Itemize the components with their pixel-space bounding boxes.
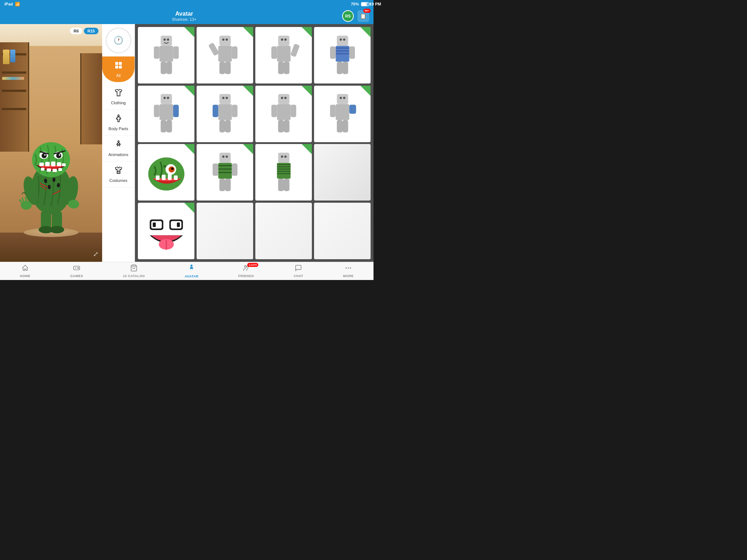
svg-rect-40 <box>160 35 172 46</box>
item-card[interactable] <box>255 27 312 83</box>
item-card[interactable] <box>197 86 253 142</box>
svg-rect-24 <box>53 169 57 172</box>
nav-item-more[interactable]: MORE <box>337 263 359 279</box>
svg-rect-75 <box>160 94 172 104</box>
header-subtitle: Sharksie: 13+ <box>172 17 197 22</box>
page-title: Avatar <box>172 11 197 17</box>
svg-rect-121 <box>212 163 218 176</box>
svg-rect-77 <box>154 105 159 117</box>
svg-point-10 <box>32 142 70 177</box>
svg-rect-48 <box>219 35 231 46</box>
svg-point-16 <box>59 154 60 156</box>
svg-point-63 <box>284 38 286 40</box>
svg-rect-58 <box>271 46 277 59</box>
svg-rect-83 <box>219 94 231 104</box>
r6-button[interactable]: R6 <box>70 28 82 34</box>
empty-slot <box>255 203 312 259</box>
svg-point-136 <box>281 155 283 158</box>
catalog-icon <box>130 264 138 273</box>
status-bar: iPad 📶 2:19 PM 70% <box>0 0 374 8</box>
item-card-green-character[interactable] <box>197 144 253 201</box>
header-title-block: Avatar Sharksie: 13+ <box>172 11 197 22</box>
svg-rect-49 <box>218 46 232 61</box>
item-card[interactable] <box>314 86 371 142</box>
sidebar-item-body-parts[interactable]: Body Parts <box>102 110 135 136</box>
item-card[interactable] <box>314 27 371 83</box>
sidebar-item-costumes[interactable]: Costumes <box>102 162 135 187</box>
svg-rect-43 <box>173 46 179 59</box>
category-sidebar: 🕐 All Clothing <box>102 24 135 262</box>
item-card-empty4[interactable] <box>314 203 371 259</box>
main-content: R6 R15 ⤢ 🕐 All <box>0 24 374 262</box>
item-card-empty[interactable] <box>314 144 371 201</box>
nav-item-chat[interactable]: CHAT <box>288 263 309 279</box>
svg-rect-21 <box>62 163 66 166</box>
svg-point-105 <box>340 97 342 99</box>
owned-indicator <box>184 203 194 213</box>
item-card-face[interactable] <box>138 203 194 259</box>
recent-icon-circle[interactable]: 🕐 <box>106 28 131 53</box>
svg-rect-50 <box>208 42 219 56</box>
r15-button[interactable]: R15 <box>84 28 98 34</box>
svg-rect-102 <box>349 105 356 114</box>
item-card-green-shirt[interactable] <box>255 144 312 201</box>
svg-rect-57 <box>277 46 290 61</box>
nav-item-avatar[interactable]: AVATAR <box>179 262 204 280</box>
header: Avatar Sharksie: 13+ RS 📋 99+ <box>0 8 374 24</box>
svg-rect-115 <box>174 175 177 180</box>
svg-rect-70 <box>349 46 355 59</box>
expand-button[interactable]: ⤢ <box>93 250 98 258</box>
svg-rect-56 <box>278 35 289 46</box>
sidebar-item-all[interactable]: All <box>102 57 135 82</box>
item-card[interactable] <box>138 27 194 83</box>
svg-rect-112 <box>156 175 159 180</box>
notifications-button[interactable]: 📋 99+ <box>357 10 369 22</box>
sidebar-item-clothing[interactable]: Clothing <box>102 84 135 110</box>
item-card-monster-head[interactable] <box>138 144 194 201</box>
svg-point-62 <box>281 38 283 40</box>
nav-friends-label: FRIENDS <box>238 274 254 278</box>
friends-count-badge: 11370 <box>247 263 258 267</box>
svg-rect-93 <box>271 105 277 117</box>
item-card[interactable] <box>255 86 312 142</box>
nav-item-home[interactable]: HOME <box>14 263 36 279</box>
nav-item-games[interactable]: GAMES <box>64 263 89 279</box>
svg-rect-143 <box>177 222 179 227</box>
svg-rect-140 <box>152 222 155 227</box>
svg-point-4 <box>68 200 79 209</box>
games-icon <box>73 264 80 273</box>
owned-indicator <box>302 86 312 96</box>
item-card[interactable] <box>138 86 194 142</box>
nav-chat-label: CHAT <box>294 274 303 278</box>
svg-point-137 <box>284 155 286 158</box>
nav-item-catalog[interactable]: 13 CATALOG <box>117 263 151 279</box>
item-card[interactable] <box>197 27 253 83</box>
home-icon <box>22 264 29 273</box>
robux-button[interactable]: RS <box>342 10 354 22</box>
svg-point-98 <box>284 97 286 99</box>
owned-indicator <box>184 86 194 96</box>
svg-rect-114 <box>168 174 171 180</box>
svg-point-150 <box>191 265 193 267</box>
sidebar-item-recent[interactable]: 🕐 <box>102 24 135 57</box>
owned-indicator <box>184 144 194 154</box>
sidebar-item-clothing-label: Clothing <box>111 101 125 105</box>
svg-rect-78 <box>173 105 179 117</box>
svg-rect-44 <box>160 62 166 74</box>
clock-icon: 🕐 <box>113 36 123 45</box>
item-card-empty2[interactable] <box>197 203 253 259</box>
svg-rect-32 <box>115 66 118 69</box>
svg-point-14 <box>56 153 61 158</box>
owned-indicator <box>243 27 253 37</box>
nav-item-friends[interactable]: 11370 FRIENDS <box>232 263 260 279</box>
svg-rect-19 <box>51 162 55 166</box>
svg-rect-94 <box>290 105 296 117</box>
wifi-icon: 📶 <box>15 2 20 7</box>
svg-rect-25 <box>58 168 62 171</box>
owned-indicator <box>184 27 194 37</box>
item-card-empty3[interactable] <box>255 203 312 259</box>
sidebar-item-animations[interactable]: Animations <box>102 136 135 162</box>
svg-rect-72 <box>342 62 348 74</box>
svg-point-154 <box>348 267 349 268</box>
more-icon <box>345 264 352 273</box>
